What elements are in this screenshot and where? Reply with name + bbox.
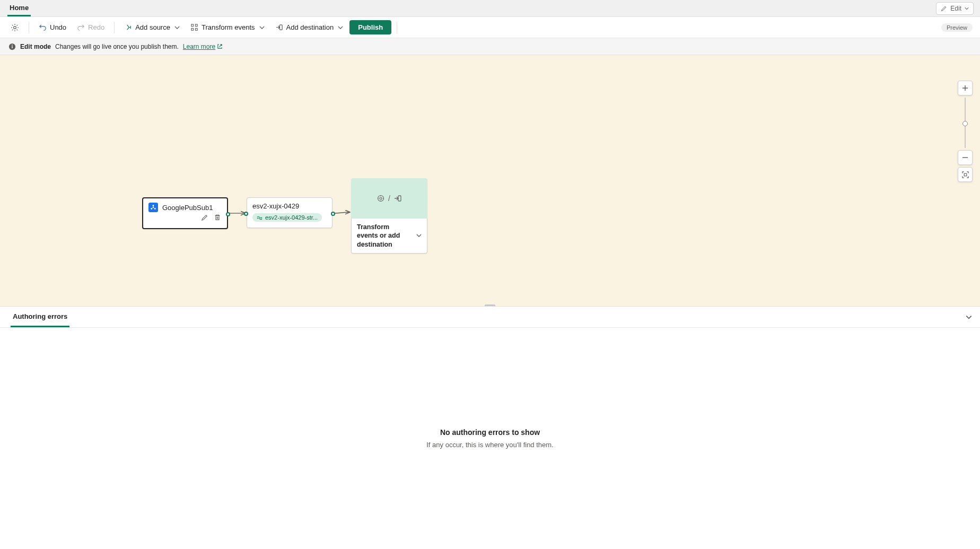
edit-node-button[interactable] <box>200 213 209 222</box>
svg-rect-2 <box>195 24 197 27</box>
svg-rect-4 <box>195 28 197 30</box>
node-source[interactable]: GooglePubSub1 <box>142 197 228 229</box>
svg-point-12 <box>153 207 154 208</box>
node-input-port[interactable] <box>244 212 248 216</box>
panel-tabs: Authoring errors <box>0 307 980 328</box>
svg-point-8 <box>12 45 13 46</box>
undo-button[interactable]: Undo <box>34 21 71 33</box>
publish-button[interactable]: Publish <box>349 20 391 34</box>
node-stream[interactable]: esv2-xujx-0429 esv2-xujx-0429-str... <box>247 197 332 228</box>
empty-state-subtitle: If any occur, this is where you'll find … <box>426 441 553 449</box>
preview-badge: Preview <box>941 23 973 32</box>
svg-point-13 <box>378 196 384 202</box>
zoom-slider-track[interactable] <box>965 98 966 148</box>
edit-dropdown[interactable]: Edit <box>936 2 974 15</box>
destination-icon <box>393 194 402 203</box>
toolbar-divider <box>114 22 115 33</box>
delete-node-button[interactable] <box>213 213 222 222</box>
plus-icon <box>962 85 968 91</box>
toolbar-divider <box>29 22 29 33</box>
svg-rect-7 <box>12 46 12 48</box>
external-link-icon <box>217 43 223 49</box>
settings-button[interactable] <box>6 21 23 34</box>
chevron-down-icon <box>174 25 180 30</box>
add-source-button[interactable]: Add source <box>120 21 184 33</box>
redo-icon <box>77 23 85 31</box>
undo-icon <box>39 23 47 31</box>
redo-label: Redo <box>88 23 104 31</box>
svg-rect-16 <box>964 173 967 176</box>
chevron-down-icon <box>338 25 343 30</box>
fit-view-button[interactable] <box>958 167 973 182</box>
trash-icon <box>214 214 221 221</box>
stream-chip[interactable]: esv2-xujx-0429-str... <box>252 213 322 222</box>
zoom-slider-thumb[interactable] <box>962 121 968 126</box>
svg-point-9 <box>153 205 154 206</box>
empty-state-title: No authoring errors to show <box>440 428 540 437</box>
source-node-label: GooglePubSub1 <box>162 204 213 212</box>
collapse-panel-button[interactable] <box>965 313 973 321</box>
chevron-down-icon <box>416 233 422 238</box>
banner-message: Changes will go live once you publish th… <box>55 43 179 50</box>
panel-resize-handle[interactable] <box>485 304 495 306</box>
add-destination-label: Add destination <box>286 23 334 31</box>
source-icon <box>124 23 132 31</box>
transform-events-button[interactable]: Transform events <box>186 21 269 33</box>
learn-more-label: Learn more <box>183 43 215 50</box>
svg-rect-1 <box>191 24 194 27</box>
toolbar: Undo Redo Add source Transform events Ad… <box>0 17 980 38</box>
fit-icon <box>962 171 969 178</box>
flow-canvas[interactable]: GooglePubSub1 esv2-xujx-0429 esv2-xujx-0… <box>0 55 980 306</box>
stream-chip-label: esv2-xujx-0429-str... <box>265 214 318 221</box>
destination-icon <box>275 23 283 31</box>
zoom-out-button[interactable] <box>958 150 973 165</box>
edit-mode-banner: Edit mode Changes will go live once you … <box>0 38 980 55</box>
info-icon <box>8 43 16 50</box>
placeholder-label: Transform events or add destination <box>357 223 412 249</box>
zoom-control <box>958 81 973 182</box>
bottom-panel: Authoring errors No authoring errors to … <box>0 306 980 549</box>
redo-button: Redo <box>73 21 109 33</box>
tab-authoring-errors[interactable]: Authoring errors <box>11 307 69 327</box>
node-output-port[interactable] <box>331 212 335 216</box>
chevron-down-icon <box>965 6 969 11</box>
panel-body: No authoring errors to show If any occur… <box>0 328 980 549</box>
add-source-label: Add source <box>135 23 170 31</box>
node-placeholder[interactable]: / Transform events or add destination <box>351 178 427 254</box>
pencil-icon <box>201 214 208 221</box>
transform-icon <box>377 194 385 203</box>
chevron-down-icon <box>259 25 265 30</box>
undo-label: Undo <box>50 23 66 31</box>
zoom-in-button[interactable] <box>958 81 973 95</box>
learn-more-link[interactable]: Learn more <box>183 43 223 50</box>
edit-label: Edit <box>950 5 961 12</box>
tab-home[interactable]: Home <box>7 0 31 16</box>
svg-point-14 <box>380 197 382 199</box>
stream-node-title: esv2-xujx-0429 <box>252 202 327 210</box>
add-destination-button[interactable]: Add destination <box>271 21 348 33</box>
gcp-pubsub-icon <box>148 203 158 212</box>
toolbar-divider <box>397 22 397 33</box>
svg-rect-3 <box>191 28 194 30</box>
minus-icon <box>962 154 968 161</box>
top-tabbar: Home Edit <box>0 0 980 17</box>
node-output-port[interactable] <box>226 212 230 216</box>
svg-point-0 <box>14 26 16 29</box>
pencil-icon <box>941 5 947 12</box>
banner-mode: Edit mode <box>20 43 51 50</box>
gear-icon <box>11 23 19 32</box>
transform-label: Transform events <box>202 23 255 31</box>
stream-icon <box>257 215 262 221</box>
chevron-down-icon <box>965 313 973 321</box>
placeholder-dropdown[interactable]: Transform events or add destination <box>351 219 427 254</box>
transform-icon <box>190 23 198 31</box>
